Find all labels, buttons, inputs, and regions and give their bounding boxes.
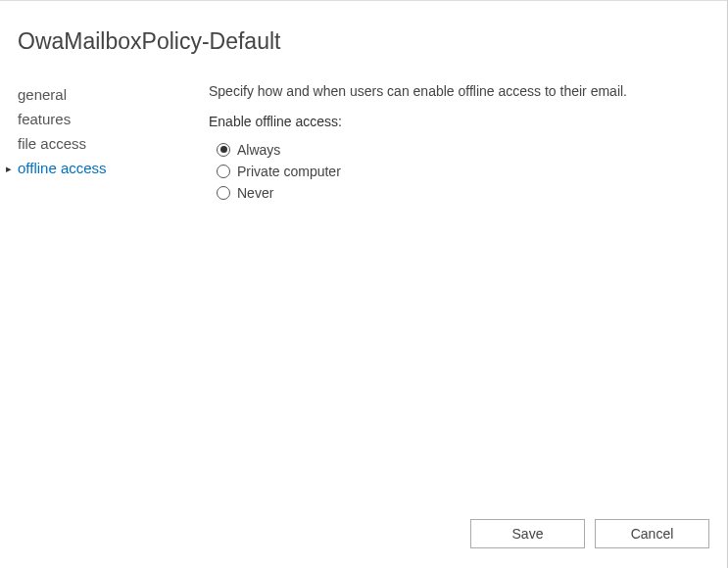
save-button[interactable]: Save bbox=[470, 519, 585, 548]
radio-option-private-computer[interactable]: Private computer bbox=[217, 161, 651, 182]
sidebar-item-file-access[interactable]: file access bbox=[18, 131, 209, 156]
sidebar-item-general[interactable]: general bbox=[18, 82, 209, 107]
offline-access-radio-group: Always Private computer Never bbox=[209, 139, 651, 204]
sidebar-item-offline-access[interactable]: offline access bbox=[18, 156, 209, 180]
radio-icon bbox=[217, 143, 230, 157]
footer: Save Cancel bbox=[470, 519, 709, 548]
radio-label: Always bbox=[237, 142, 280, 158]
page-title: OwaMailboxPolicy-Default bbox=[18, 28, 709, 55]
sidebar-item-features[interactable]: features bbox=[18, 107, 209, 131]
description-text: Specify how and when users can enable of… bbox=[209, 82, 651, 102]
radio-icon bbox=[217, 165, 230, 178]
cancel-button[interactable]: Cancel bbox=[595, 519, 709, 548]
field-label: Enable offline access: bbox=[209, 114, 651, 129]
radio-label: Private computer bbox=[237, 164, 341, 179]
radio-icon bbox=[217, 186, 230, 200]
radio-option-never[interactable]: Never bbox=[217, 182, 651, 204]
radio-option-always[interactable]: Always bbox=[217, 139, 651, 161]
main-panel: Specify how and when users can enable of… bbox=[209, 82, 709, 204]
radio-label: Never bbox=[237, 185, 273, 201]
sidebar: general features file access offline acc… bbox=[18, 82, 209, 204]
